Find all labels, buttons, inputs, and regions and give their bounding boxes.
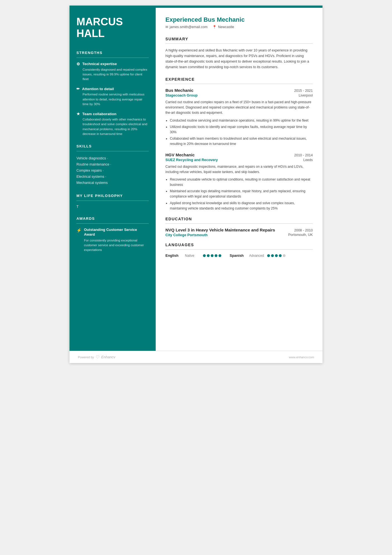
philosophy-text: T	[76, 205, 149, 209]
job-1-desc: Carried out routine and complex repairs …	[165, 100, 313, 116]
summary-text: A highly experienced and skilled Bus Mec…	[165, 48, 313, 70]
job-1-title: Bus Mechanic	[165, 88, 193, 93]
strength-desc-2: Performed routine servicing with meticul…	[76, 92, 149, 107]
award-title: Outstanding Customer Service Award	[84, 228, 149, 237]
brand-name: Enhancv	[101, 355, 115, 359]
summary-section-title: SUMMARY	[165, 37, 313, 41]
name-line1: MARCUS	[76, 16, 123, 28]
languages-divider	[165, 249, 313, 250]
edu-1-header: NVQ Level 3 in Heavy Vehicle Maintenance…	[165, 228, 313, 232]
education-section-title: EDUCATION	[165, 217, 313, 221]
skills-section-title: SKILLS	[76, 144, 149, 148]
location-text: Newcastle	[218, 25, 234, 29]
powered-by-text: Powered by	[78, 356, 94, 359]
name-line2: HALL	[76, 28, 105, 39]
philosophy-section-title: MY LIFE PHILOSOPHY	[76, 194, 149, 198]
footer: Powered by ♡ Enhancv www.enhancv.com	[70, 351, 322, 363]
skill-1: Vehicle diagnostics ·	[76, 155, 149, 161]
job-2-bullet-1: Recovered unusable vehicle to optimal co…	[170, 177, 313, 188]
job-2-dates: 2010 - 2014	[294, 153, 313, 157]
philosophy-divider	[76, 201, 149, 201]
experience-section-title: EXPERIENCE	[165, 77, 313, 82]
job-2-location: Leeds	[303, 158, 313, 162]
job-1-bullet-1: Conducted routine servicing and maintena…	[170, 118, 313, 123]
job-1-dates: 2015 - 2021	[294, 89, 313, 93]
job-2-header: HGV Mechanic 2010 - 2014	[165, 152, 313, 157]
job-1-company-line: Stagecoach Group Liverpool	[165, 93, 313, 97]
strength-title-1: ⚙ Technical expertise	[76, 62, 149, 66]
job-title: Experienced Bus Mechanic	[165, 16, 313, 23]
location-item: 📍 Newcastle	[212, 25, 234, 29]
awards-divider	[76, 223, 149, 224]
enhancv-logo-icon: ♡	[96, 354, 100, 360]
dot-e1	[203, 254, 206, 257]
dot-s5	[283, 254, 286, 257]
job-2-bullets: Recovered unusable vehicle to optimal co…	[165, 177, 313, 211]
content-wrapper: MARCUS HALL STRENGTHS ⚙ Technical expert…	[70, 8, 322, 351]
strength-title-2: ✏ Attention to detail	[76, 87, 149, 91]
strengths-section-title: STRENGTHS	[76, 51, 149, 55]
strength-desc-1: Consistently diagnosed and repaired comp…	[76, 67, 149, 82]
award-desc: For consistently providing exceptional c…	[84, 238, 149, 253]
top-bar	[70, 6, 322, 8]
job-2-title: HGV Mechanic	[165, 152, 195, 157]
dot-e4	[215, 254, 217, 257]
technical-icon: ⚙	[76, 62, 80, 66]
strength-item-1: ⚙ Technical expertise Consistently diagn…	[76, 62, 149, 82]
job-2-company-line: SUEZ Recycling and Recovery Leeds	[165, 158, 313, 162]
awards-section-title: AWARDS	[76, 216, 149, 221]
award-item: ⚡ Outstanding Customer Service Award For…	[76, 228, 149, 253]
job-1-bullet-3: Collaborated with team members to troubl…	[170, 136, 313, 147]
job-2-bullet-2: Maintained accurate logs detailing maint…	[170, 189, 313, 199]
job-2-company: SUEZ Recycling and Recovery	[165, 158, 218, 162]
job-2-desc: Carried out diagnostic inspections, main…	[165, 164, 313, 175]
lang-spanish-dots	[267, 254, 286, 257]
education-divider	[165, 223, 313, 224]
edu-1-school-line: City College Portsmouth Portsmouth, UK	[165, 233, 313, 237]
dot-s4	[279, 254, 282, 257]
skill-2: Routine maintenance ·	[76, 161, 149, 167]
skill-3: Complex repairs ·	[76, 167, 149, 174]
skills-divider	[76, 151, 149, 151]
detail-icon: ✏	[76, 87, 80, 91]
footer-website: www.enhancv.com	[289, 356, 314, 359]
lang-spanish-name: Spanish	[230, 253, 246, 258]
strength-title-3: ★ Team collaboration	[76, 112, 149, 116]
strength-desc-3: Collaborated closely with other mechanic…	[76, 117, 149, 136]
job-1-company: Stagecoach Group	[165, 93, 198, 97]
strength-item-2: ✏ Attention to detail Performed routine …	[76, 87, 149, 107]
sidebar: MARCUS HALL STRENGTHS ⚙ Technical expert…	[70, 8, 156, 351]
job-1-bullet-2: Utilized diagnostic tools to identify an…	[170, 124, 313, 135]
edu-1-school: City College Portsmouth	[165, 233, 208, 237]
location-icon: 📍	[212, 25, 217, 29]
edu-1-degree: NVQ Level 3 in Heavy Vehicle Maintenance…	[165, 228, 275, 232]
dot-e2	[207, 254, 210, 257]
languages-row: English Native Spanish Advanced	[165, 253, 313, 258]
resume-page: MARCUS HALL STRENGTHS ⚙ Technical expert…	[70, 6, 322, 363]
dot-e5	[219, 254, 221, 257]
award-icon: ⚡	[76, 228, 82, 253]
skill-5: Mechanical systems	[76, 180, 149, 186]
dot-s1	[267, 254, 270, 257]
job-1-bullets: Conducted routine servicing and maintena…	[165, 118, 313, 147]
email-text: james.smith@email.com	[170, 25, 207, 29]
dot-e3	[211, 254, 214, 257]
language-spanish: Spanish Advanced	[230, 253, 286, 258]
lang-english-dots	[203, 254, 221, 257]
strength-item-3: ★ Team collaboration Collaborated closel…	[76, 112, 149, 136]
edu-1-location: Portsmouth, UK	[288, 233, 313, 237]
job-2-bullet-3: Applied strong technical knowledge and s…	[170, 201, 313, 211]
email-item: ✉ james.smith@email.com	[165, 25, 207, 29]
strengths-divider	[76, 58, 149, 58]
award-content: Outstanding Customer Service Award For c…	[84, 228, 149, 253]
job-1-location: Liverpool	[299, 93, 313, 97]
email-icon: ✉	[165, 25, 168, 29]
skill-4: Electrical systems ·	[76, 174, 149, 180]
contact-line: ✉ james.smith@email.com 📍 Newcastle	[165, 25, 313, 29]
lang-spanish-level: Advanced	[249, 254, 264, 258]
lang-english-level: Native	[185, 254, 200, 258]
experience-divider	[165, 84, 313, 84]
main-content: Experienced Bus Mechanic ✉ james.smith@e…	[156, 8, 322, 351]
footer-brand: Powered by ♡ Enhancv	[78, 354, 115, 360]
edu-1-dates: 2008 - 2010	[294, 228, 313, 232]
